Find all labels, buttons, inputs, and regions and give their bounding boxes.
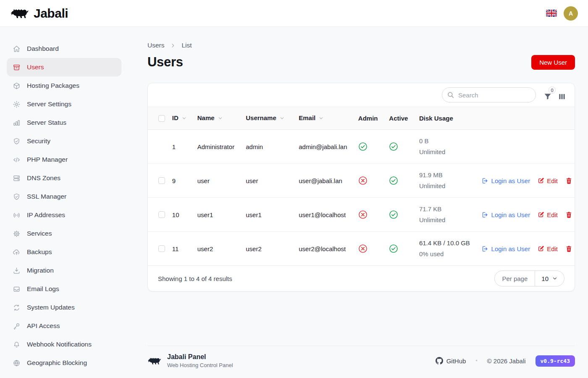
trash-icon [565,177,572,184]
code-icon [13,156,21,164]
user-avatar[interactable]: A [564,6,578,21]
check-circle-icon [389,142,412,151]
sidebar-item-label: Security [27,137,50,145]
edit-link[interactable]: Edit [538,211,558,218]
search-icon [447,91,454,99]
per-page-value: 10 [541,275,549,282]
sidebar-item-api-access[interactable]: API Access [7,317,121,335]
results-summary: Showing 1 to 4 of 4 results [158,275,232,282]
sidebar-item-server-status[interactable]: Server Status [7,113,121,132]
row-checkbox[interactable] [158,211,165,218]
edit-link[interactable]: Edit [538,245,558,252]
sidebar-item-server-settings[interactable]: Server Settings [7,95,121,113]
delete-button[interactable] [565,177,572,184]
sidebar-item-php-manager[interactable]: PHP Manager [7,150,121,169]
github-icon [436,357,443,365]
version-badge[interactable]: v0.9-rc43 [536,355,575,367]
globe-icon [13,359,21,367]
sidebar-item-label: Server Status [27,119,66,126]
sidebar-item-label: Server Settings [27,100,71,108]
sidebar-item-dns-zones[interactable]: DNS Zones [7,169,121,187]
sidebar-item-label: Email Logs [27,285,59,293]
sidebar-item-users[interactable]: Users [7,58,121,76]
column-header-email[interactable]: Email [295,107,355,130]
page-footer: Jabali Panel Web Hosting Control Panel G… [147,346,575,378]
row-checkbox[interactable] [158,245,165,252]
sidebar-item-label: SSL Manager [27,193,66,200]
sidebar-item-label: Dashboard [27,45,59,52]
sidebar-item-services[interactable]: Services [7,224,121,243]
sidebar-item-migration[interactable]: Migration [7,261,121,280]
column-header-username[interactable]: Username [242,107,295,130]
download-icon [13,267,21,275]
home-icon [13,45,21,53]
cloud-upload-icon [13,248,21,256]
check-circle-icon [389,176,412,185]
cell-name: Administrator [194,130,242,164]
sidebar-item-email-logs[interactable]: Email Logs [7,280,121,298]
cell-disk-usage: 71.7 KB Unlimited [416,198,478,232]
table-row: 9 user user user@jabali.lan 91.9 MB Unli… [148,164,575,198]
sidebar-item-label: Geographic Blocking [27,359,87,367]
main-content: Users List Users New User 0 [128,27,588,378]
uk-flag-language-icon[interactable] [546,10,557,17]
edit-link[interactable]: Edit [538,177,558,184]
cell-username: user2 [242,232,295,266]
breadcrumb-list[interactable]: List [181,42,192,49]
login-icon [481,177,488,184]
bar-chart-icon [13,119,21,127]
cell-email: user@jabali.lan [295,164,355,198]
delete-button[interactable] [565,211,572,218]
key-icon [13,322,21,330]
login-as-user-link[interactable]: Login as User [481,177,530,184]
login-icon [481,245,488,252]
new-user-button[interactable]: New User [531,55,575,70]
row-checkbox[interactable] [158,177,165,184]
footer-separator: • [475,358,477,364]
cell-disk-usage: 91.9 MB Unlimited [416,164,478,198]
sidebar-item-ip-addresses[interactable]: IP Addresses [7,206,121,224]
sidebar-item-backups[interactable]: Backups [7,243,121,261]
sidebar-item-hosting-packages[interactable]: Hosting Packages [7,76,121,95]
login-as-user-link[interactable]: Login as User [481,245,530,252]
per-page-select[interactable]: Per page 10 [494,270,564,286]
sidebar-item-security[interactable]: Security [7,132,121,150]
table-toolbar: 0 [148,83,575,107]
login-as-user-link[interactable]: Login as User [481,211,530,218]
cell-email: admin@jabali.lan [295,130,355,164]
breadcrumb-users[interactable]: Users [147,42,164,49]
sort-chevron-icon [181,115,187,122]
per-page-label: Per page [495,271,535,286]
shield-check-icon [13,193,21,201]
x-circle-icon [358,176,383,185]
sidebar-item-system-updates[interactable]: System Updates [7,298,121,317]
github-link[interactable]: GitHub [436,357,466,365]
brand-name: Jabali [34,6,68,21]
select-all-checkbox[interactable] [158,115,165,122]
cell-name: user1 [194,198,242,232]
sort-chevron-icon [318,115,324,122]
columns-icon [558,92,566,101]
gear-icon [13,100,21,108]
delete-button[interactable] [565,245,572,252]
sidebar-item-label: Services [27,230,52,237]
column-header-name[interactable]: Name [194,107,242,130]
sidebar-item-geographic-blocking[interactable]: Geographic Blocking [7,354,121,372]
column-header-id[interactable]: ID [169,107,194,130]
table-row: 1 Administrator admin admin@jabali.lan 0… [148,130,575,164]
columns-toggle-button[interactable] [558,89,566,101]
filter-button[interactable]: 0 [543,89,552,101]
sidebar-item-ssl-manager[interactable]: SSL Manager [7,187,121,206]
cell-id: 10 [169,198,194,232]
search-input[interactable] [442,87,536,102]
table-header-row: ID Name Username Email Admin Active Disk… [148,107,575,130]
app-logo[interactable]: Jabali [10,6,68,21]
cell-id: 9 [169,164,194,198]
column-header-admin: Admin [355,107,386,130]
sidebar-item-webhook-notifications[interactable]: Webhook Notifications [7,335,121,354]
top-bar: Jabali A [0,0,588,27]
users-table-card: 0 ID Name Username Email Admin [147,83,575,291]
users-table: ID Name Username Email Admin Active Disk… [148,107,575,265]
sidebar-item-dashboard[interactable]: Dashboard [7,39,121,58]
cog-icon [13,230,21,238]
